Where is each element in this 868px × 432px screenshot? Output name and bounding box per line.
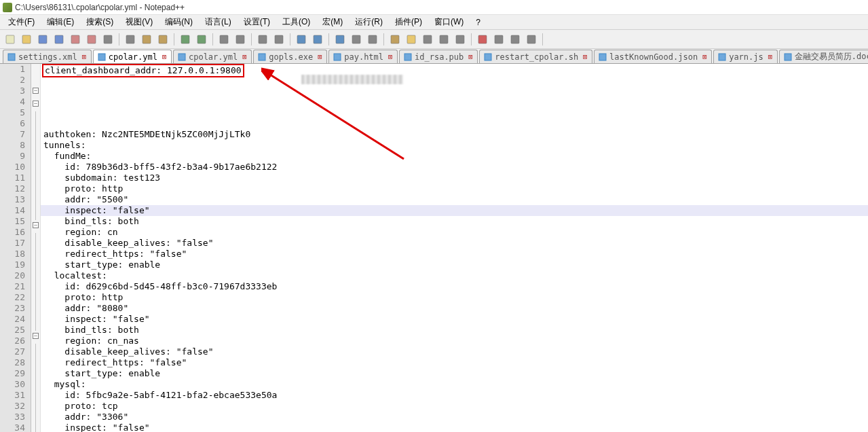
find-button[interactable] xyxy=(216,32,231,47)
sync-h-button[interactable] xyxy=(310,32,325,47)
code-line-9[interactable]: inspect: "false" xyxy=(41,205,868,216)
cut-button[interactable] xyxy=(123,32,138,47)
wrap-button[interactable] xyxy=(333,32,347,47)
code-line-12[interactable]: disable_keep_alives: "false" xyxy=(41,238,868,249)
fold-marker[interactable]: − xyxy=(31,88,40,98)
open-file-button[interactable] xyxy=(19,32,34,47)
code-line-16[interactable]: id: d629c6bd-5d45-48ff-b3c0-71967d3333eb xyxy=(41,281,868,292)
doc-list-button[interactable] xyxy=(436,32,451,47)
code-line-6[interactable]: subdomain: test123 xyxy=(41,173,868,183)
code-line-5[interactable]: id: 789b36d3-bff5-43f2-b3a4-9b17ae6b2122 xyxy=(41,162,868,173)
menu-9[interactable]: 运行(R) xyxy=(350,15,388,29)
close-button[interactable] xyxy=(68,32,83,47)
code-line-25[interactable]: mysql: xyxy=(41,379,868,390)
code-line-17[interactable]: proto: http xyxy=(41,292,868,303)
tab-6[interactable]: restart_cpolar.sh⊠ xyxy=(479,50,592,63)
code-line-1[interactable] xyxy=(41,118,868,129)
tab-close-icon[interactable]: ⊠ xyxy=(240,53,248,61)
tab-close-icon[interactable]: ⊠ xyxy=(766,53,774,61)
code-line-24[interactable]: start_type: enable xyxy=(41,368,868,379)
editor[interactable]: 1234567891011121314151617181920212223242… xyxy=(0,64,868,432)
tab-close-icon[interactable]: ⊠ xyxy=(316,53,324,61)
paste-button[interactable] xyxy=(155,32,170,47)
code-line-19[interactable]: inspect: "false" xyxy=(41,314,868,325)
code-line-27[interactable]: proto: tcp xyxy=(41,401,868,412)
func-list-button[interactable] xyxy=(453,32,468,47)
code-line-23[interactable]: redirect_https: "false" xyxy=(41,357,868,368)
menu-10[interactable]: 插件(P) xyxy=(390,15,428,29)
fold-marker xyxy=(31,122,40,133)
code-line-15[interactable]: localtest: xyxy=(41,270,868,281)
menu-5[interactable]: 语言(L) xyxy=(200,15,237,29)
code-line-20[interactable]: bind_tls: both xyxy=(41,325,868,336)
code-line-2[interactable]: authtoken: Nzc2NTE5MDEtNjk5ZC00MjJjLTk0 xyxy=(41,129,868,140)
menu-1[interactable]: 编辑(E) xyxy=(41,15,79,29)
save-all-button[interactable] xyxy=(52,32,67,47)
code-line-28[interactable]: addr: "3306" xyxy=(41,412,868,422)
tab-close-icon[interactable]: ⊠ xyxy=(466,53,474,61)
menu-3[interactable]: 视图(V) xyxy=(120,15,158,29)
tab-3[interactable]: gopls.exe⊠ xyxy=(253,50,327,63)
fold-marker xyxy=(31,355,40,365)
zoom-out-button[interactable] xyxy=(271,32,286,47)
menu-6[interactable]: 设置(T) xyxy=(238,15,276,29)
code-line-10[interactable]: bind_tls: both xyxy=(41,216,868,227)
code-line-14[interactable]: start_type: enable xyxy=(41,259,868,270)
code-line-3[interactable]: tunnels: xyxy=(41,140,868,151)
copy-button[interactable] xyxy=(139,32,154,47)
fold-marker[interactable]: − xyxy=(31,333,40,344)
tab-1[interactable]: cpolar.yml⊠ xyxy=(93,50,172,63)
code-line-7[interactable]: proto: http xyxy=(41,183,868,194)
print-button[interactable] xyxy=(100,32,115,47)
tab-close-icon[interactable]: ⊠ xyxy=(80,53,88,61)
tab-2[interactable]: cpolar.yml⊠ xyxy=(173,50,252,63)
tab-close-icon[interactable]: ⊠ xyxy=(581,53,589,61)
close-all-button[interactable] xyxy=(84,32,99,47)
save-button[interactable] xyxy=(35,32,50,47)
menu-12[interactable]: ? xyxy=(470,16,486,29)
macro-play-multi-button[interactable] xyxy=(508,32,523,47)
tab-close-icon[interactable]: ⊠ xyxy=(160,53,168,61)
fold-marker[interactable]: − xyxy=(31,222,40,233)
sync-v-button[interactable] xyxy=(294,32,309,47)
code-line-11[interactable]: region: cn xyxy=(41,227,868,238)
tab-9[interactable]: 金融交易员简历.docx⊠ xyxy=(779,50,868,63)
tab-4[interactable]: pay.html⊠ xyxy=(328,50,398,63)
folder-button[interactable] xyxy=(404,32,419,47)
show-all-button[interactable] xyxy=(349,32,364,47)
code-line-26[interactable]: id: 5fbc9a2e-5abf-4121-bfa2-ebcae533e50a xyxy=(41,390,868,401)
tab-close-icon[interactable]: ⊠ xyxy=(386,53,394,61)
doc-map-button[interactable] xyxy=(420,32,435,47)
menu-0[interactable]: 文件(F) xyxy=(3,15,40,29)
zoom-in-button[interactable] xyxy=(255,32,270,47)
macro-play-button[interactable] xyxy=(491,32,506,47)
menu-8[interactable]: 宏(M) xyxy=(317,15,348,29)
tab-0[interactable]: settings.xml⊠ xyxy=(3,50,92,63)
tab-8[interactable]: yarn.js⊠ xyxy=(713,50,778,63)
code-line-13[interactable]: redirect_https: "false" xyxy=(41,249,868,259)
fold-marker[interactable]: − xyxy=(31,101,40,111)
code-line-4[interactable]: fundMe: xyxy=(41,151,868,162)
redo-button[interactable] xyxy=(194,32,209,47)
code-area[interactable]: client_dashboard_addr: 127.0.0.1:9800 au… xyxy=(41,64,868,432)
undo-button[interactable] xyxy=(178,32,193,47)
new-file-button[interactable] xyxy=(3,32,18,47)
code-line-22[interactable]: disable_keep_alives: "false" xyxy=(41,346,868,357)
tab-7[interactable]: lastKnownGood.json⊠ xyxy=(594,50,712,63)
lang-user-button[interactable] xyxy=(388,32,402,47)
svg-rect-6 xyxy=(104,35,112,43)
macro-save-button[interactable] xyxy=(524,32,539,47)
macro-rec-button[interactable] xyxy=(475,32,490,47)
indent-guide-button[interactable] xyxy=(365,32,380,47)
menu-4[interactable]: 编码(N) xyxy=(159,15,198,29)
code-line-18[interactable]: addr: "8080" xyxy=(41,303,868,314)
menu-11[interactable]: 窗口(W) xyxy=(429,15,469,29)
code-line-21[interactable]: region: cn_nas xyxy=(41,336,868,346)
tab-close-icon[interactable]: ⊠ xyxy=(700,53,709,61)
replace-button[interactable] xyxy=(233,32,248,47)
code-line-29[interactable]: inspect: "false" xyxy=(41,422,868,432)
code-line-8[interactable]: addr: "5500" xyxy=(41,194,868,205)
menu-2[interactable]: 搜索(S) xyxy=(81,15,119,29)
menu-7[interactable]: 工具(O) xyxy=(277,15,316,29)
tab-5[interactable]: id_rsa.pub⊠ xyxy=(399,50,478,63)
